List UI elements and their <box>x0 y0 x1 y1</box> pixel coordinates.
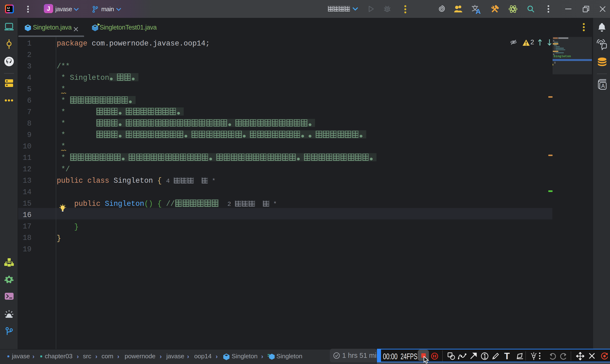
svg-text:A: A <box>601 83 605 89</box>
svg-text:A: A <box>476 7 481 14</box>
